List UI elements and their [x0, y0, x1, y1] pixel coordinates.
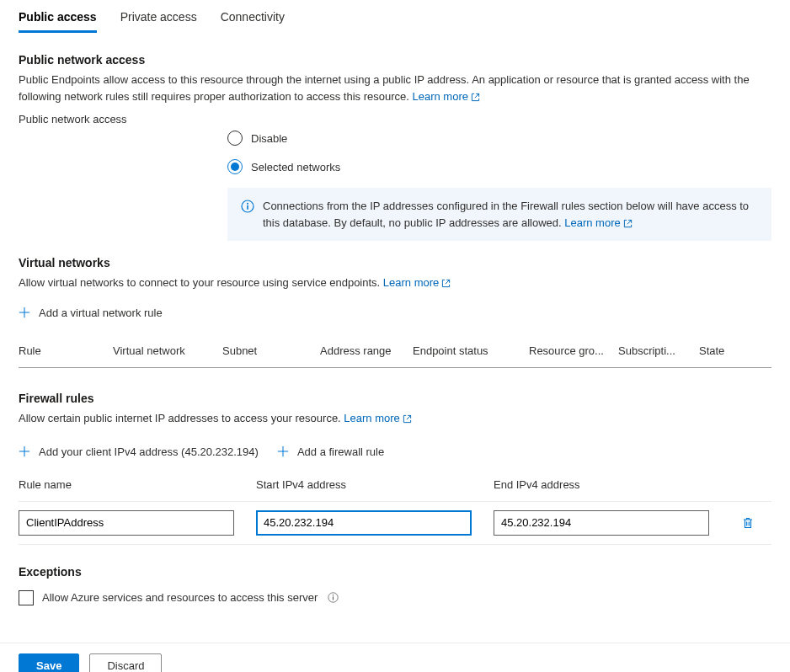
trash-icon: [741, 516, 755, 530]
vnet-table-header: Rule Virtual network Subnet Address rang…: [19, 344, 771, 368]
col-address-range: Address range: [320, 344, 413, 357]
start-ip-input[interactable]: [256, 510, 472, 536]
col-start-ip: Start IPv4 address: [256, 478, 472, 491]
radio-disable[interactable]: [227, 131, 243, 146]
col-virtual-network: Virtual network: [113, 344, 222, 357]
col-endpoint-status: Endpoint status: [413, 344, 529, 357]
public-access-desc-text: Public Endpoints allow access to this re…: [19, 73, 750, 103]
public-access-field-label: Public network access: [19, 113, 771, 125]
firewall-table: Rule name Start IPv4 address End IPv4 ad…: [19, 478, 771, 545]
col-subnet: Subnet: [222, 344, 320, 357]
learn-more-label: Learn more: [344, 412, 399, 424]
col-state: State: [699, 344, 771, 357]
external-link-icon: [403, 414, 412, 424]
firewall-heading: Firewall rules: [19, 392, 771, 405]
discard-button[interactable]: Discard: [89, 653, 162, 673]
info-icon: [241, 200, 254, 231]
allow-azure-services-label: Allow Azure services and resources to ac…: [42, 591, 318, 604]
vnet-heading: Virtual networks: [19, 256, 771, 269]
public-access-learn-more-link[interactable]: Learn more: [413, 90, 480, 103]
col-rule-name: Rule name: [19, 478, 234, 491]
firewall-desc: Allow certain public internet IP address…: [19, 410, 771, 427]
public-access-heading: Public network access: [19, 53, 771, 67]
info-text: Connections from the IP addresses config…: [263, 200, 749, 229]
vnet-learn-more-link[interactable]: Learn more: [383, 276, 451, 289]
col-subscription: Subscripti...: [618, 344, 699, 357]
info-icon[interactable]: [328, 592, 339, 603]
tab-bar: Public access Private access Connectivit…: [0, 3, 790, 33]
public-access-desc: Public Endpoints allow access to this re…: [19, 72, 771, 104]
radio-selected-networks-label: Selected networks: [251, 161, 340, 173]
radio-selected-networks[interactable]: [227, 159, 243, 174]
vnet-desc-text: Allow virtual networks to connect to you…: [19, 276, 383, 289]
firewall-learn-more-link[interactable]: Learn more: [344, 412, 411, 424]
plus-icon: [19, 445, 30, 457]
delete-rule-button[interactable]: [741, 516, 755, 530]
public-access-radio-group: Disable Selected networks Connections fr…: [227, 131, 771, 241]
add-client-ip-label: Add your client IPv4 address (45.20.232.…: [39, 445, 259, 458]
info-learn-more-link[interactable]: Learn more: [564, 216, 632, 229]
external-link-icon: [623, 219, 633, 228]
firewall-desc-text: Allow certain public internet IP address…: [19, 412, 344, 424]
plus-icon: [277, 445, 289, 457]
exceptions-heading: Exceptions: [19, 565, 771, 579]
svg-rect-2: [247, 205, 248, 210]
add-client-ip-button[interactable]: Add your client IPv4 address (45.20.232.…: [19, 445, 259, 458]
learn-more-label: Learn more: [413, 90, 468, 103]
radio-disable-label: Disable: [251, 132, 287, 145]
svg-point-4: [333, 595, 334, 595]
tab-connectivity[interactable]: Connectivity: [221, 3, 285, 32]
selected-networks-info: Connections from the IP addresses config…: [227, 188, 771, 241]
col-resource-group: Resource gro...: [529, 344, 618, 357]
external-link-icon: [441, 279, 451, 288]
allow-azure-services-checkbox[interactable]: [19, 590, 34, 605]
tab-private-access[interactable]: Private access: [120, 3, 197, 32]
add-firewall-rule-button[interactable]: Add a firewall rule: [277, 445, 384, 458]
svg-point-1: [247, 203, 248, 205]
rule-name-input[interactable]: [19, 510, 234, 536]
external-link-icon: [471, 93, 480, 102]
footer-bar: Save Discard: [0, 643, 790, 673]
svg-rect-5: [333, 596, 334, 600]
vnet-desc: Allow virtual networks to connect to you…: [19, 275, 771, 291]
learn-more-label: Learn more: [383, 276, 439, 289]
add-firewall-rule-label: Add a firewall rule: [297, 445, 384, 458]
save-button[interactable]: Save: [19, 653, 79, 673]
learn-more-label: Learn more: [564, 216, 620, 229]
col-rule: Rule: [19, 344, 113, 357]
col-end-ip: End IPv4 address: [494, 478, 709, 491]
plus-icon: [19, 307, 30, 318]
end-ip-input[interactable]: [494, 510, 709, 536]
firewall-rule-row: [19, 502, 771, 545]
add-vnet-rule-button[interactable]: Add a virtual network rule: [19, 307, 163, 319]
tab-public-access[interactable]: Public access: [19, 3, 97, 32]
add-vnet-rule-label: Add a virtual network rule: [39, 307, 163, 319]
